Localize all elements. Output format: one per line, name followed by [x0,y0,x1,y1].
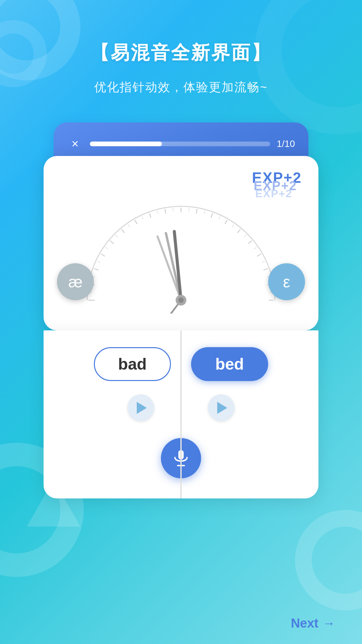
svg-line-24 [128,224,130,227]
word-option-bad[interactable]: bad [94,347,171,381]
progress-container: 1/10 [90,139,295,149]
play-button-right[interactable] [208,394,235,421]
next-arrow: → [322,616,335,631]
svg-line-16 [263,269,268,270]
close-button[interactable]: × [67,136,83,152]
svg-line-8 [165,209,166,214]
svg-point-42 [178,298,184,303]
next-button[interactable]: Next → [291,616,335,631]
svg-line-33 [254,247,257,249]
svg-line-26 [157,211,158,214]
svg-line-31 [232,224,234,227]
play-icon-right [217,402,227,414]
phoneme-left-button[interactable]: æ [57,263,94,300]
svg-line-6 [135,220,137,224]
word-option-bed[interactable]: bed [191,347,268,381]
progress-bar-fill [90,142,162,146]
svg-line-15 [257,254,261,256]
main-title: 【易混音全新界面】 [90,40,272,66]
svg-line-3 [101,254,105,256]
next-section: Next → [0,616,362,644]
subtitle: 优化指针动效，体验更加流畅~ [90,79,272,96]
svg-line-23 [116,235,118,237]
exp-badge-area: EXP+2 EXP+2 EXP+2 [57,169,305,196]
phoneme-right-button[interactable]: ε [268,263,305,300]
phone-header-bar: × 1/10 [54,122,308,152]
svg-line-14 [248,241,252,244]
bottom-card: bad bed [44,330,318,498]
exp-text-tertiary: EXP+2 [255,187,292,200]
svg-line-28 [189,208,189,211]
page-content: 【易混音全新界面】 优化指针动效，体验更加流畅~ × 1/10 EXP+2 EX… [0,0,362,644]
svg-line-13 [237,229,240,233]
next-label: Next [291,616,318,631]
svg-line-29 [204,211,205,214]
play-icon-left [137,402,147,414]
svg-line-11 [211,213,213,218]
svg-line-22 [105,247,108,249]
svg-line-7 [149,213,151,218]
svg-line-12 [225,220,227,224]
gauge-container: æ ε [57,200,305,314]
progress-text: 1/10 [277,139,295,149]
svg-line-5 [122,229,125,233]
svg-line-21 [97,261,100,262]
phone-container: × 1/10 EXP+2 EXP+2 EXP+2 [44,122,318,498]
svg-line-30 [219,216,220,219]
progress-bar-background [90,142,270,146]
svg-line-27 [173,208,173,211]
gauge-svg [67,200,295,314]
play-button-left[interactable] [127,394,154,421]
svg-line-2 [94,269,99,270]
svg-line-10 [196,209,197,214]
main-card: EXP+2 EXP+2 EXP+2 [44,156,318,330]
svg-line-34 [262,261,265,262]
svg-line-32 [244,235,246,237]
title-section: 【易混音全新界面】 优化指针动效，体验更加流畅~ [90,40,272,96]
svg-line-4 [110,241,114,244]
vertical-divider [180,330,182,498]
svg-line-25 [142,216,143,219]
